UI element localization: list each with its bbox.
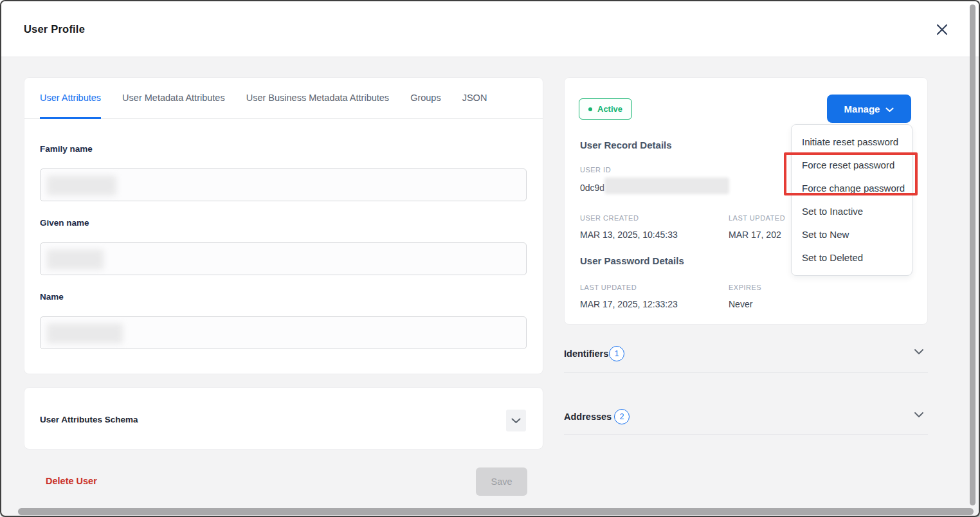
tab-user-metadata-attributes[interactable]: User Metadata Attributes <box>122 78 225 119</box>
family-name-label: Family name <box>40 144 93 154</box>
manage-button[interactable]: Manage <box>827 95 911 123</box>
addresses-expand-button[interactable] <box>914 410 924 420</box>
identifiers-count-badge: 1 <box>609 346 624 361</box>
vertical-scrollbar[interactable] <box>970 5 975 505</box>
password-last-updated-value: MAR 17, 2025, 12:33:23 <box>580 299 678 309</box>
user-created-label: USER CREATED <box>580 214 639 222</box>
password-last-updated-label: LAST UPDATED <box>580 284 637 291</box>
menu-item-set-to-new[interactable]: Set to New <box>792 223 912 246</box>
tab-user-business-metadata-attributes[interactable]: User Business Metadata Attributes <box>246 78 389 119</box>
close-button[interactable] <box>935 23 949 37</box>
name-input[interactable] <box>40 316 527 349</box>
given-name-input[interactable] <box>40 242 527 275</box>
name-label: Name <box>40 292 64 302</box>
manage-button-label: Manage <box>844 104 880 114</box>
delete-user-button[interactable]: Delete User <box>46 476 97 486</box>
menu-item-initiate-reset-password[interactable]: Initiate reset password <box>792 131 912 154</box>
user-attributes-schema-card: User Attributes Schema <box>24 387 543 449</box>
tab-user-attributes[interactable]: User Attributes <box>40 78 101 119</box>
given-name-label: Given name <box>40 218 89 228</box>
redacted-value <box>47 249 104 269</box>
menu-item-set-to-deleted[interactable]: Set to Deleted <box>792 246 912 269</box>
record-last-updated-value: MAR 17, 202 <box>729 230 781 240</box>
password-expires-label: EXPIRES <box>729 284 761 291</box>
chevron-down-icon <box>885 104 894 114</box>
divider <box>564 434 928 435</box>
user-password-details-title: User Password Details <box>580 255 684 266</box>
user-record-details-title: User Record Details <box>580 140 672 150</box>
user-attributes-schema-label: User Attributes Schema <box>40 415 138 424</box>
identifiers-expand-button[interactable] <box>914 347 924 357</box>
user-created-value: MAR 13, 2025, 10:45:33 <box>580 230 678 240</box>
redacted-value <box>47 323 123 343</box>
record-last-updated-label: LAST UPDATED <box>729 214 785 222</box>
tab-bar: User Attributes User Metadata Attributes… <box>24 78 543 119</box>
menu-item-force-reset-password[interactable]: Force reset password <box>792 154 912 177</box>
divider <box>564 372 928 373</box>
menu-item-force-change-password[interactable]: Force change password <box>792 177 912 200</box>
status-badge: Active <box>579 98 632 120</box>
close-icon <box>935 29 949 39</box>
password-expires-value: Never <box>729 299 752 309</box>
save-button[interactable]: Save <box>476 467 527 496</box>
schema-expand-button[interactable] <box>506 410 526 431</box>
page-title: User Profile <box>24 23 85 35</box>
addresses-count-badge: 2 <box>614 409 630 424</box>
redacted-value <box>47 176 116 195</box>
user-attributes-card: User Attributes User Metadata Attributes… <box>24 77 543 374</box>
user-id-label: USER ID <box>580 166 611 174</box>
horizontal-scrollbar[interactable] <box>18 508 974 515</box>
tab-groups[interactable]: Groups <box>410 78 441 119</box>
chevron-down-icon <box>511 416 521 426</box>
manage-dropdown-menu: Initiate reset password Force reset pass… <box>791 124 912 276</box>
menu-item-set-to-inactive[interactable]: Set to Inactive <box>792 200 912 223</box>
redacted-value <box>604 177 729 194</box>
user-profile-modal: User Profile User Attributes User Metada… <box>0 0 980 517</box>
identifiers-title: Identifiers <box>564 349 608 359</box>
status-dot-icon <box>588 107 592 111</box>
chevron-down-icon <box>914 347 924 357</box>
status-label: Active <box>597 104 622 114</box>
addresses-title: Addresses <box>564 412 612 422</box>
chevron-down-icon <box>914 410 924 420</box>
tab-json[interactable]: JSON <box>462 78 487 119</box>
user-id-value: 0dc9d <box>580 183 604 193</box>
modal-header: User Profile <box>1 1 979 57</box>
family-name-input[interactable] <box>40 168 527 201</box>
